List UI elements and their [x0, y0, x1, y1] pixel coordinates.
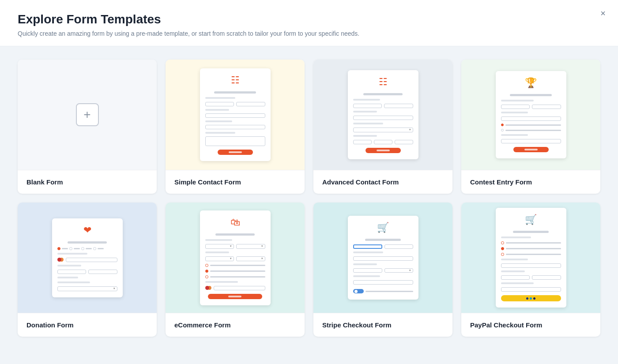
card-label-stripe-checkout: Stripe Checkout Form — [313, 313, 452, 337]
mini-check-2 — [205, 270, 208, 273]
mini-row-2 — [353, 140, 413, 144]
mini-check-row-2 — [205, 270, 265, 273]
template-card-advanced-contact[interactable]: ☷ ▾ — [313, 60, 452, 194]
mini-input-5 — [395, 140, 413, 144]
mini-btn-inner — [228, 296, 241, 297]
mini-input-3 — [353, 140, 372, 144]
mini-form-advanced-contact: ☷ ▾ — [348, 70, 418, 159]
mini-stripe-row — [353, 244, 413, 249]
template-card-simple-contact[interactable]: ☷ — [166, 60, 305, 194]
mini-btn-inner — [229, 151, 242, 153]
mini-title — [363, 93, 402, 95]
mini-card-row — [205, 286, 265, 290]
mini-label — [205, 97, 235, 99]
mini-select-2: ▾ — [236, 244, 265, 249]
mini-card-input — [353, 244, 383, 249]
mini-label-2 — [353, 263, 377, 265]
mini-radio-row-2 — [501, 129, 561, 131]
mini-select-3-wrap: ▾ — [205, 256, 234, 261]
mini-form-contest-entry: 🏆 — [496, 71, 566, 158]
select-arrow-3: ▾ — [230, 257, 232, 260]
mini-select-2-wrap: ▾ — [236, 244, 265, 249]
templates-grid: + Blank Form ☷ — [18, 60, 600, 337]
mini-card-number — [214, 286, 265, 290]
mini-label-2 — [353, 111, 377, 113]
template-card-contest-entry[interactable]: 🏆 — [461, 60, 600, 194]
mini-input-2 — [384, 104, 413, 108]
mini-submit-btn — [208, 294, 262, 299]
card-preview-ecommerce: 🛍 ▾ ▾ — [166, 203, 305, 313]
mini-radio-label-1 — [505, 124, 561, 126]
mini-check-row-3 — [205, 275, 265, 278]
mini-select-wrap: ▾ — [384, 268, 413, 273]
mini-row-1 — [501, 275, 561, 280]
mc-icon — [205, 286, 211, 290]
d-radio-2 — [69, 247, 72, 250]
mini-select-1: ▾ — [205, 244, 234, 249]
paypal-check-2 — [501, 247, 561, 250]
mini-row-2: ▾ ▾ — [205, 256, 265, 261]
pp-dot-3 — [533, 297, 535, 300]
stripe-toggle-label — [366, 291, 413, 292]
select-arrow: ▾ — [409, 269, 411, 272]
mini-input-1 — [501, 105, 530, 109]
template-card-blank[interactable]: + Blank Form — [18, 60, 157, 194]
mini-select-3: ▾ — [205, 256, 234, 261]
mini-form-simple-contact: ☷ — [200, 68, 271, 161]
mini-input-1 — [501, 275, 530, 280]
mini-select: ▾ — [57, 286, 117, 291]
mini-input-full-1 — [353, 256, 413, 261]
template-card-ecommerce[interactable]: 🛍 ▾ ▾ — [166, 203, 305, 337]
card-label-blank: Blank Form — [18, 170, 157, 194]
template-card-paypal-checkout[interactable]: 🛒 — [461, 203, 600, 337]
mini-radio-2 — [501, 129, 504, 131]
mini-radio-label-2 — [505, 130, 561, 131]
d-radio-1 — [57, 247, 60, 250]
modal-subtitle: Quickly create an amazing form by using … — [18, 30, 600, 37]
card-label-donation: Donation Form — [18, 313, 157, 337]
mini-label-3 — [205, 281, 238, 283]
p-check-label-3 — [506, 254, 561, 255]
mini-submit-btn — [513, 147, 549, 152]
mini-input-full-2 — [501, 287, 561, 292]
mini-label-3 — [353, 123, 383, 124]
mini-row-1 — [205, 102, 265, 106]
card-preview-blank: + — [18, 60, 157, 170]
mini-select-4: ▾ — [236, 256, 265, 261]
mini-label-4 — [501, 282, 534, 284]
card-label-advanced-contact: Advanced Contact Form — [313, 170, 452, 194]
mini-title — [68, 241, 106, 244]
mini-input-2 — [353, 268, 383, 273]
card-preview-advanced-contact: ☷ ▾ — [313, 60, 452, 170]
paypal-check-3 — [501, 253, 561, 256]
close-button[interactable]: × — [597, 7, 609, 19]
mini-row-1 — [501, 105, 561, 109]
mini-check-1 — [205, 264, 208, 267]
template-card-stripe-checkout[interactable]: 🛒 — [313, 203, 452, 337]
select-arrow: ▾ — [113, 287, 115, 290]
card-label-contest-entry: Contest Entry Form — [461, 170, 600, 194]
mini-label-1 — [501, 236, 531, 238]
mini-label-2 — [205, 251, 229, 253]
card-preview-donation: ❤ — [18, 203, 157, 313]
mini-label-1 — [205, 239, 232, 241]
mini-input-1 — [205, 102, 234, 106]
mini-input-small — [384, 244, 413, 249]
mini-select-1: ▾ — [353, 128, 413, 132]
form-icon-advanced-contact: ☷ — [353, 76, 413, 88]
mini-form-stripe-checkout: 🛒 — [348, 216, 418, 300]
mini-input-2 — [532, 275, 561, 280]
d-label-4 — [98, 248, 104, 249]
form-icon-simple-contact: ☷ — [205, 75, 265, 86]
d-label-3 — [86, 248, 92, 249]
form-icon-contest-entry: 🏆 — [501, 77, 561, 89]
mini-card-row — [57, 258, 117, 262]
mini-label-4 — [205, 132, 235, 134]
mini-radio-1 — [501, 124, 504, 126]
mini-title — [215, 233, 254, 236]
mini-textarea — [205, 136, 265, 146]
template-card-donation[interactable]: ❤ — [18, 203, 157, 337]
mini-check-label-2 — [210, 270, 265, 272]
card-preview-stripe-checkout: 🛒 — [313, 203, 452, 313]
mini-label-3 — [205, 120, 232, 122]
